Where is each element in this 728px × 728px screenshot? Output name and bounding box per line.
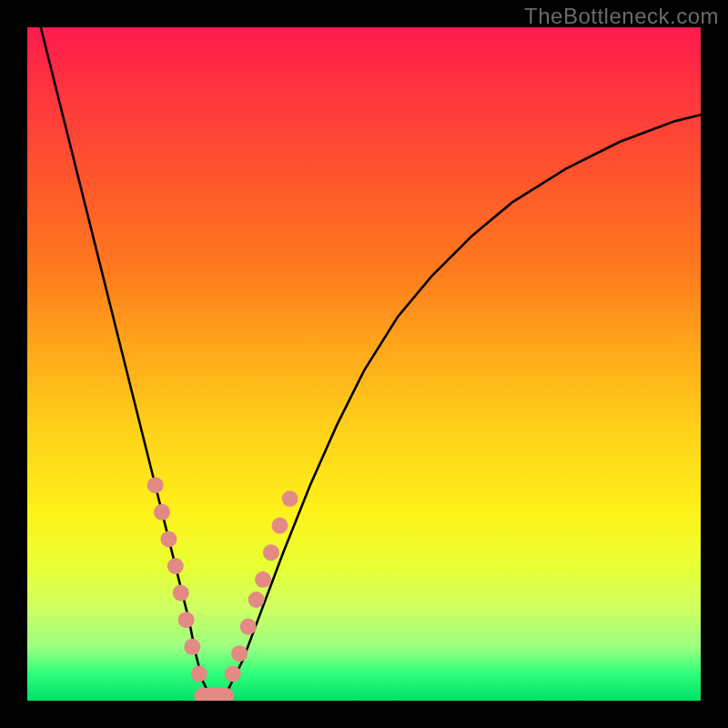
marker-dot — [178, 612, 195, 628]
watermark-text: TheBottleneck.com — [524, 4, 719, 29]
marker-dot — [272, 518, 288, 534]
marker-dot — [191, 665, 207, 682]
marker-dot — [240, 619, 257, 635]
markers-right-branch — [225, 490, 298, 682]
marker-dot — [154, 504, 170, 521]
chart-frame: TheBottleneck.com — [0, 0, 728, 728]
marker-dot — [167, 558, 184, 574]
marker-dot — [255, 571, 271, 588]
chart-svg — [27, 27, 701, 701]
marker-dot — [160, 531, 177, 547]
plot-area — [27, 27, 701, 701]
marker-dot — [184, 639, 200, 655]
marker-dot — [231, 645, 248, 662]
bottleneck-curve — [41, 27, 701, 697]
markers-left-branch — [147, 477, 207, 682]
marker-dot — [282, 490, 298, 507]
marker-dot — [248, 592, 265, 608]
marker-dot — [173, 585, 189, 602]
marker-dot — [147, 477, 164, 493]
marker-dot — [263, 544, 279, 561]
marker-dot — [225, 665, 241, 682]
